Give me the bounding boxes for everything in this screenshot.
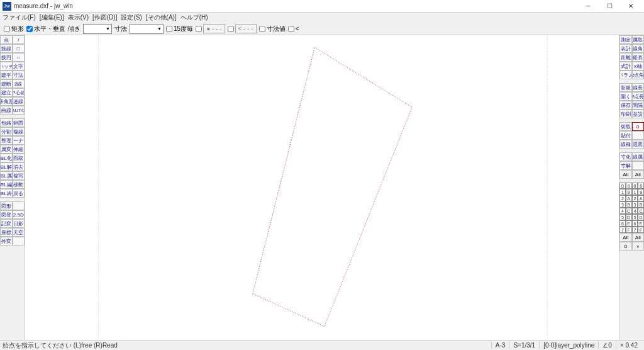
status-angle[interactable]: ∠0 [598,342,616,349]
layer-D[interactable]: D [626,214,632,220]
tool-rect[interactable]: □ [13,44,25,53]
tool-elev[interactable]: 建立 [0,88,13,97]
lt2-checkbox[interactable] [288,26,294,32]
dot-button[interactable]: ● - - - [203,24,225,33]
rt-lineattr[interactable]: 線属 [632,152,645,161]
rt-basesettings[interactable]: 基設 [632,110,645,118]
tool-markchange[interactable]: 記変 [0,219,13,228]
tool-shape[interactable]: 図形 [0,201,13,210]
lgrp-F[interactable]: F [638,227,644,233]
tool-divide[interactable]: 分割 [0,127,13,136]
tool-coord[interactable]: 座標 [0,228,13,237]
rt-linelen[interactable]: 線長 [632,83,645,92]
rt-save[interactable]: 保存 [619,101,632,110]
status-paper[interactable]: A-3 [491,342,509,349]
tool-range[interactable]: 範囲 [13,118,25,127]
rt-print[interactable]: 印刷 [619,110,632,118]
rt-all2[interactable]: All [632,170,645,179]
layer-6[interactable]: 6 [619,220,626,227]
layer-1[interactable]: 1 [619,189,626,195]
minimize-button[interactable]: ─ [577,0,599,13]
rt-2pang[interactable]: 2点角 [632,71,645,79]
layer-A[interactable]: A [626,195,632,201]
tool-hatch[interactable]: ハッチ [0,62,13,71]
rt-linetype[interactable]: 線種 [619,140,632,149]
drawing-canvas[interactable] [25,35,619,340]
lgrp-4[interactable]: 4 [632,208,638,214]
tool-envelope[interactable]: 包絡 [0,118,13,127]
tool-sky[interactable]: 天空 [13,228,25,237]
rect-checkbox[interactable] [4,26,10,32]
tool-line[interactable]: / [13,35,25,44]
lgrp-9[interactable]: 9 [638,189,644,195]
tool-point[interactable]: 点 [0,35,13,44]
layer-5[interactable]: 5 [619,214,626,220]
tool-erase[interactable]: 消去 [13,162,25,171]
tool-circle[interactable]: ○ [13,53,25,62]
rt-expr[interactable]: 式計 [619,62,632,71]
layer-3[interactable]: 3 [619,201,626,208]
tool-copy[interactable]: 複写 [13,171,25,180]
dot-checkbox[interactable] [196,26,202,32]
lgrp-5[interactable]: 5 [632,214,638,220]
lgrp-D[interactable]: D [638,214,644,220]
layer-F[interactable]: F [626,227,632,233]
tool-corner[interactable]: コーナー [13,136,25,145]
incline-combo[interactable]: ▼ [83,24,112,34]
menu-draw[interactable]: [作図(D)] [92,13,117,22]
rt-lineang[interactable]: 線角 [632,44,645,53]
tool-curve[interactable]: 曲線 [0,106,13,115]
lgrp-1[interactable]: 1 [632,189,638,195]
lgrp-C[interactable]: C [638,208,644,214]
status-layer[interactable]: [0-0]layer_polyline [539,342,598,349]
tool-polygon[interactable]: 多角形 [0,97,13,106]
rt-perp[interactable]: 鉛直 [632,53,645,62]
layer-0[interactable]: 0 [619,183,626,189]
rt-zero[interactable]: 0 [632,122,645,131]
layer-8[interactable]: 8 [626,183,632,189]
lgrp-A[interactable]: A [638,195,644,201]
dim-combo[interactable]: ▼ [130,24,164,34]
tool-bl3[interactable]: BL属 [0,171,13,180]
lt-button[interactable]: < - - - [235,24,257,33]
menu-view[interactable]: 表示(V) [68,13,89,22]
rt-measure[interactable]: 測定 [619,35,632,44]
rt-selfig[interactable]: 選図 [632,140,645,149]
layer-7[interactable]: 7 [619,227,626,233]
layer-all[interactable]: All [619,233,632,242]
layer-C[interactable]: C [626,208,632,214]
status-zoom[interactable]: × 0.42 [616,342,641,349]
rt-dimon[interactable]: 寸化 [619,152,632,161]
dimvalue-checkbox[interactable] [259,26,265,32]
lgrp-all[interactable]: All [632,233,645,242]
layer-0btn[interactable]: 0 [619,242,632,251]
lgrp-6[interactable]: 6 [632,220,638,227]
tool-arrange[interactable]: 整理 [0,136,13,145]
rt-open[interactable]: 開く [619,92,632,101]
tool-tangent[interactable]: 接線 [0,44,13,53]
tool-attrchange[interactable]: 属変 [0,145,13,154]
lgrp-3[interactable]: 3 [632,201,638,208]
menu-edit[interactable]: [編集(E)] [40,13,64,22]
tool-extend[interactable]: 伸縮 [13,145,25,154]
tool-2line[interactable]: 2線 [13,79,25,88]
rt-param[interactable]: パラメ [619,71,632,79]
tool-auto[interactable]: AUTO [13,106,25,115]
rt-cut[interactable]: 切取 [619,122,632,131]
tool-extvar[interactable]: 外変 [0,237,13,246]
status-scale[interactable]: S=1/3/1 [509,342,539,349]
tool-bl1[interactable]: BL化 [0,154,13,162]
tool-bl5[interactable]: BL終 [0,189,13,198]
layer-4[interactable]: 4 [619,208,626,214]
rt-gap[interactable]: 間隔 [632,101,645,110]
rt-xaxis[interactable]: X軸 [632,62,645,71]
tool-bl2[interactable]: BL解 [0,162,13,171]
deg15-checkbox[interactable] [166,26,172,32]
lgrp-0[interactable]: 0 [632,183,638,189]
lgrp-7[interactable]: 7 [632,227,638,233]
layer-2[interactable]: 2 [619,195,626,201]
lt-checkbox[interactable] [228,26,234,32]
tool-text[interactable]: 文字 [13,62,25,71]
tool-25d[interactable]: 2.5D [13,210,25,219]
rt-new[interactable]: 新規 [619,83,632,92]
